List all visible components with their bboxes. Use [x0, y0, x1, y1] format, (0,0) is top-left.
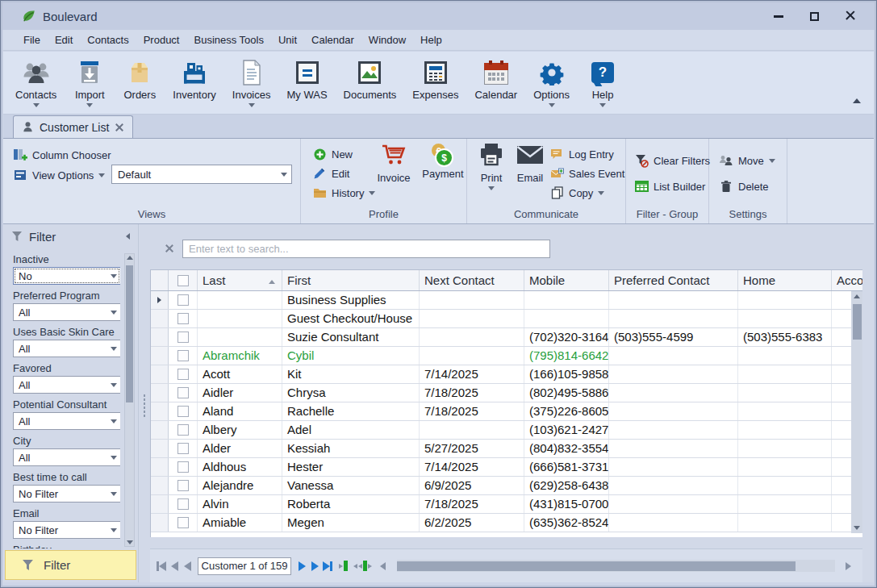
collapse-panel-icon[interactable] [126, 233, 130, 240]
menu-contacts[interactable]: Contacts [80, 31, 136, 49]
table-row[interactable]: AmiableMegen6/2/2025(635)362-8524 [151, 514, 862, 532]
toolbar-button-import[interactable]: Import [67, 56, 112, 109]
email-button[interactable]: Email [512, 143, 548, 184]
filter-combobox-favored[interactable]: All [13, 376, 120, 394]
toolbar-button-orders[interactable]: Orders [117, 56, 162, 102]
first-record-button[interactable] [155, 558, 168, 574]
table-row[interactable]: AlvinRoberta7/18/2025(431)815-0700 [151, 495, 862, 514]
menu-product[interactable]: Product [136, 31, 187, 49]
previous-page-button[interactable] [168, 558, 181, 574]
row-checkbox[interactable] [169, 291, 198, 309]
column-header-next-contact[interactable]: Next Contact [420, 270, 524, 290]
row-checkbox[interactable] [169, 384, 198, 402]
scroll-left-icon[interactable] [376, 558, 389, 574]
row-checkbox[interactable] [169, 328, 198, 346]
toolbar-button-invoices[interactable]: Invoices [227, 56, 277, 109]
filter-combobox-uses-basic-skin-care[interactable]: All [13, 340, 120, 357]
table-row[interactable]: AcottKit7/14/2025(166)105-9858 [151, 365, 862, 384]
toolbar-collapse-button[interactable] [853, 93, 861, 107]
horizontal-scrollbar[interactable] [397, 560, 835, 572]
move-button[interactable]: Move [719, 152, 775, 169]
row-checkbox[interactable] [169, 514, 198, 532]
clear-filters-button[interactable]: Clear Filters [634, 152, 710, 169]
table-row[interactable]: Guest Checkout/House [151, 310, 862, 328]
table-row[interactable]: AldhousHester7/14/2025(666)581-3731 [151, 458, 862, 477]
column-header-last[interactable]: Last [198, 270, 282, 290]
close-button[interactable] [839, 6, 860, 26]
tab-customer-list[interactable]: Customer List [13, 115, 133, 138]
next-page-button[interactable] [308, 558, 321, 574]
table-row[interactable]: AbramchikCybil(795)814-6642 [151, 347, 862, 365]
scrollbar-thumb[interactable] [397, 561, 796, 571]
maximize-button[interactable] [804, 6, 825, 26]
last-record-button[interactable] [321, 558, 334, 574]
scroll-down-icon[interactable] [854, 526, 860, 530]
scroll-up-icon[interactable] [127, 256, 133, 260]
toolbar-button-options[interactable]: Options [528, 56, 575, 109]
next-record-button[interactable] [295, 558, 308, 574]
toolbar-button-inventory[interactable]: Inventory [167, 56, 221, 102]
column-header-account[interactable]: Acco [832, 270, 862, 290]
list-builder-button[interactable]: List Builder [634, 177, 705, 195]
sales-event-button[interactable]: Sales Event [549, 165, 624, 182]
filter-combobox-preferred-program[interactable]: All [13, 303, 120, 321]
toolbar-button-help[interactable]: Help [580, 56, 625, 109]
history-button[interactable]: History [312, 184, 375, 202]
log-entry-button[interactable]: Log Entry [549, 145, 614, 163]
row-checkbox[interactable] [169, 365, 198, 383]
menu-business-tools[interactable]: Business Tools [186, 31, 270, 49]
view-selector-combobox[interactable]: Default [111, 165, 292, 184]
column-header-home[interactable]: Home [738, 270, 832, 290]
table-row[interactable]: AlandRachelle7/18/2025(375)226-8605 [151, 402, 862, 421]
tab-close-icon[interactable] [115, 123, 124, 132]
filter-combobox-potential-consultant[interactable]: All [13, 412, 120, 430]
filter-panel-scrollbar[interactable] [124, 253, 135, 547]
panel-splitter[interactable] [139, 224, 150, 582]
edit-record-icon[interactable] [352, 558, 373, 574]
filter-combobox-best-time-to-call[interactable]: No Filter [13, 485, 120, 503]
invoice-button[interactable]: Invoice [369, 143, 419, 184]
payment-button[interactable]: Payment [420, 143, 466, 180]
view-options-button[interactable]: View Options [13, 166, 105, 184]
toolbar-button-contacts[interactable]: Contacts [10, 56, 62, 109]
toolbar-button-documents[interactable]: Documents [338, 56, 403, 102]
toolbar-button-calendar[interactable]: Calendar [469, 56, 523, 102]
menu-window[interactable]: Window [361, 31, 413, 49]
table-row[interactable]: AlejandreVanessa6/9/2025(629)258-6438 [151, 477, 862, 495]
scrollbar-thumb[interactable] [126, 265, 133, 402]
toolbar-button-my-was[interactable]: My WAS [282, 56, 333, 102]
new-button[interactable]: New [312, 145, 353, 163]
print-button[interactable]: Print [474, 143, 509, 190]
scroll-right-icon[interactable] [842, 558, 854, 574]
filter-combobox-city[interactable]: All [13, 448, 120, 466]
menu-unit[interactable]: Unit [271, 31, 304, 49]
column-header-mobile[interactable]: Mobile [524, 270, 609, 290]
clear-search-icon[interactable] [165, 244, 174, 253]
table-row[interactable]: Business Supplies [151, 291, 862, 310]
header-checkbox[interactable] [169, 270, 198, 290]
edit-button[interactable]: Edit [312, 165, 349, 182]
row-checkbox[interactable] [169, 310, 198, 327]
delete-button[interactable]: Delete [719, 177, 769, 195]
table-row[interactable]: AlderKessiah5/27/2025(804)832-3554 [151, 440, 862, 458]
row-checkbox[interactable] [169, 495, 198, 513]
filter-footer-button[interactable]: Filter [5, 550, 136, 580]
column-header-preferred-contact[interactable]: Preferred Contact [609, 270, 738, 290]
search-input[interactable] [182, 240, 550, 258]
minimize-button[interactable] [768, 6, 789, 26]
table-row[interactable]: Suzie Consultant(702)320-3164(503)555-45… [151, 328, 862, 347]
menu-help[interactable]: Help [413, 31, 449, 49]
scrollbar-thumb[interactable] [853, 304, 862, 340]
scroll-up-icon[interactable] [854, 294, 860, 298]
row-checkbox[interactable] [169, 440, 198, 457]
grid-vertical-scrollbar[interactable] [851, 291, 862, 533]
filter-combobox-email[interactable]: No Filter [13, 521, 120, 539]
previous-record-button[interactable] [181, 558, 194, 574]
table-row[interactable]: AidlerChrysa7/18/2025(802)495-5886 [151, 384, 862, 402]
menu-file[interactable]: File [16, 31, 48, 49]
toolbar-button-expenses[interactable]: Expenses [407, 56, 464, 102]
row-checkbox[interactable] [169, 477, 198, 494]
row-checkbox[interactable] [169, 458, 198, 476]
row-checkbox[interactable] [169, 402, 198, 420]
filter-combobox-inactive[interactable]: No [13, 267, 120, 285]
